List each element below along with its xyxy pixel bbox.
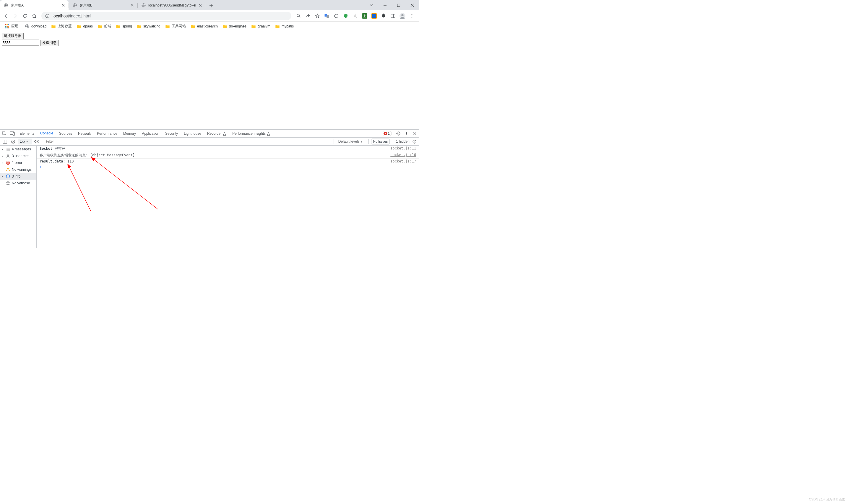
svg-point-6 (297, 14, 299, 17)
tab-search-icon[interactable] (365, 0, 378, 10)
share-icon[interactable] (304, 12, 312, 20)
extension-icon[interactable] (332, 12, 340, 20)
close-devtools-icon[interactable] (411, 132, 419, 135)
svg-point-5 (47, 15, 47, 15)
error-count-pill[interactable]: ✕ 1 (383, 131, 392, 136)
filter-input[interactable] (46, 139, 331, 144)
live-expression-eye-icon[interactable] (33, 140, 40, 143)
profile-avatar-icon[interactable] (398, 12, 406, 20)
extension-icon[interactable] (370, 12, 378, 20)
devtools-tab-network[interactable]: Network (75, 130, 94, 137)
context-selector[interactable]: top ▼ (18, 139, 32, 144)
console-prompt[interactable]: › (37, 164, 419, 169)
devtools-tab-memory[interactable]: Memory (120, 130, 139, 137)
address-bar[interactable]: localhost/index1.html (41, 12, 291, 20)
bookmark-item[interactable]: db-engines (220, 22, 249, 31)
devtools-tab-performance-insights[interactable]: Performance insights (229, 130, 273, 137)
back-button[interactable] (2, 12, 10, 20)
log-source-link[interactable]: socket.js:17 (390, 159, 416, 163)
search-icon[interactable] (294, 12, 303, 20)
sidebar-errors[interactable]: ▸1 error (0, 159, 36, 166)
bookmark-item[interactable]: mybatis (273, 22, 296, 31)
maximize-button[interactable] (392, 0, 405, 10)
close-tab-icon[interactable] (130, 3, 134, 8)
extensions-puzzle-icon[interactable] (379, 12, 388, 20)
bookmark-item[interactable]: 上海数慧 (49, 22, 74, 31)
issues-pill[interactable]: No Issues (371, 139, 390, 144)
menu-kebab-icon[interactable] (408, 12, 416, 20)
console-output[interactable]: Socket 已打开 socket.js:11 客户端收到服务端发送的消息: [… (37, 146, 419, 248)
sidebar-info[interactable]: ▸3 info (0, 173, 36, 180)
clear-console-icon[interactable] (10, 140, 17, 144)
home-button[interactable] (30, 12, 38, 20)
more-kebab-icon[interactable] (402, 131, 411, 136)
shield-icon[interactable] (342, 12, 350, 20)
bookmark-item[interactable]: spring (113, 22, 134, 31)
close-tab-icon[interactable] (61, 3, 66, 8)
close-window-button[interactable] (405, 0, 419, 10)
svg-point-35 (406, 134, 407, 135)
svg-rect-22 (5, 26, 6, 27)
new-tab-button[interactable] (207, 1, 215, 10)
bookmark-label: 工具网站 (172, 24, 186, 29)
url-text: localhost/index1.html (53, 14, 91, 18)
message-input[interactable] (2, 40, 39, 46)
devtools-tab-bar: ElementsConsoleSourcesNetworkPerformance… (0, 130, 419, 138)
devtools-tab-sources[interactable]: Sources (56, 130, 75, 137)
close-tab-icon[interactable] (198, 3, 203, 8)
log-source-link[interactable]: socket.js:11 (390, 146, 416, 150)
bookmark-item[interactable]: elasticsearch (188, 22, 220, 31)
log-source-link[interactable]: socket.js:16 (390, 153, 416, 157)
devtools-tab-performance[interactable]: Performance (94, 130, 120, 137)
devtools-tab-elements[interactable]: Elements (17, 130, 37, 137)
devtools-panel: ElementsConsoleSourcesNetworkPerformance… (0, 129, 419, 248)
bookmark-item[interactable]: 前端 (95, 22, 113, 31)
console-settings-gear-icon[interactable] (411, 140, 418, 144)
devtools-tab-security[interactable]: Security (162, 130, 181, 137)
tab-label: Performance insights (232, 131, 266, 136)
extension-icon[interactable] (351, 12, 359, 20)
bookmark-item[interactable]: skywalking (134, 22, 163, 31)
hidden-count: 1 hidden (396, 140, 410, 144)
bookmark-label: elasticsearch (197, 24, 218, 29)
sidebar-user-messages[interactable]: ▸3 user mes... (0, 152, 36, 159)
svg-rect-19 (5, 24, 6, 25)
sidebar-messages[interactable]: ▸4 messages (0, 146, 36, 152)
reload-button[interactable] (21, 12, 29, 20)
connect-server-button[interactable]: 链接服务器 (2, 33, 24, 39)
bookmark-item[interactable]: download (22, 22, 49, 31)
browser-tab-1[interactable]: 客户端B (69, 0, 138, 10)
site-info-icon[interactable] (45, 14, 50, 18)
settings-gear-icon[interactable] (394, 131, 402, 136)
svg-point-38 (36, 141, 37, 142)
inspect-element-icon[interactable] (0, 130, 8, 137)
browser-tab-0[interactable]: 客户端A (0, 0, 69, 10)
devtools-tab-console[interactable]: Console (37, 130, 56, 137)
svg-point-18 (412, 17, 413, 18)
send-message-button[interactable]: 发送消息 (40, 40, 58, 46)
translate-icon[interactable] (323, 12, 331, 20)
sidebar-verbose[interactable]: ▸No verbose (0, 180, 36, 186)
side-panel-icon[interactable] (389, 12, 397, 20)
extension-icon[interactable] (361, 12, 369, 20)
devtools-tab-recorder[interactable]: Recorder (204, 130, 229, 137)
sidebar-warnings[interactable]: ▸No warnings (0, 166, 36, 173)
sidebar-toggle-icon[interactable] (1, 140, 8, 144)
log-levels-selector[interactable]: Default levels ▼ (336, 139, 366, 144)
tab-label: Recorder (207, 131, 222, 136)
tab-label: Console (40, 131, 53, 135)
devtools-tab-lighthouse[interactable]: Lighthouse (181, 130, 204, 137)
log-entry: Socket 已打开 socket.js:11 (37, 146, 419, 152)
bookmark-item[interactable]: graalvm (249, 22, 273, 31)
apps-shortcut[interactable]: 应用 (2, 22, 21, 31)
svg-rect-8 (327, 15, 329, 17)
bookmark-star-icon[interactable] (313, 12, 322, 20)
bookmark-item[interactable]: 工具网站 (163, 22, 188, 31)
forward-button[interactable] (11, 12, 19, 20)
bookmark-item[interactable]: dpaas (74, 22, 95, 31)
browser-tab-2[interactable]: localhost:9000/sendMsg?token (138, 0, 206, 10)
device-toolbar-icon[interactable] (8, 130, 17, 137)
minimize-button[interactable] (378, 0, 392, 10)
folder-icon (97, 24, 102, 29)
devtools-tab-application[interactable]: Application (139, 130, 162, 137)
